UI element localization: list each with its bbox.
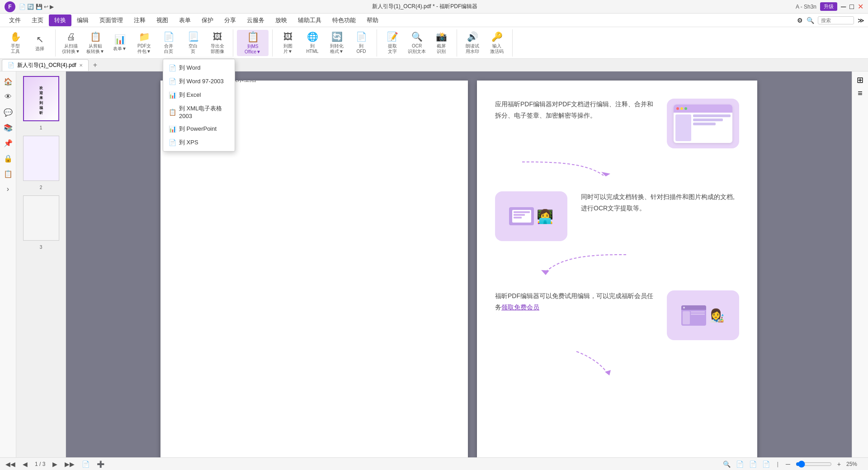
menu-view[interactable]: 视图 [151,14,174,26]
sidebar-bookmark-icon[interactable]: 📌 [2,137,14,149]
menu-page-mgmt[interactable]: 页面管理 [94,14,128,26]
page-insert-button[interactable]: ➕ [97,461,104,468]
menu-share[interactable]: 分享 [219,14,241,26]
key-icon: 🔑 [491,31,503,42]
menu-form[interactable]: 表单 [174,14,196,26]
activate-button[interactable]: 🔑 输入激活码 [485,30,509,56]
title-bar: F 📄 🔄 💾 ↩ ▶ 新人引导(1)_OCR(4).pdf * - 福昕PDF… [0,0,868,14]
menu-home[interactable]: 主页 [26,14,49,26]
hand-tool-button[interactable]: ✋ 手型工具 [4,30,27,56]
new-tab-button[interactable]: + [90,60,101,70]
to-word-97-item[interactable]: 📄 到 Word 97-2003 [163,75,235,88]
page-view-double[interactable]: 📄 [749,461,757,468]
menu-protect[interactable]: 保护 [196,14,219,26]
thumbnail-2[interactable]: 2 [23,136,59,191]
close-button[interactable]: ✕ [858,2,863,11]
page-copy-button[interactable]: 📄 [82,461,90,468]
right-expand-icon[interactable]: ⊞ [855,73,865,87]
zoom-fit-icon[interactable]: 🔍 [723,461,731,468]
tab-close-button[interactable]: ✕ [79,63,83,68]
settings-icon[interactable]: ⚙ [797,17,803,24]
page-view-scroll[interactable]: 📄 [762,461,770,468]
zoom-out-button[interactable]: ─ [786,461,790,468]
scan-convert-label: 从扫描仪转换▼ [62,43,80,54]
activate-label: 输入激活码 [490,43,504,54]
member-link[interactable]: 领取免费会员 [501,304,539,311]
to-format-icon: 🔄 [331,31,343,42]
ppt-icon: 📊 [169,125,176,133]
hand-icon: ✋ [10,31,21,42]
merge-button[interactable]: 📄 合并白页 [157,30,180,56]
screenshot-ocr-button[interactable]: 📸 截屏识别 [429,30,453,56]
menu-file[interactable]: 文件 [4,14,26,26]
to-ms-office-button[interactable]: 📋 到MSOffice▼ [237,30,269,56]
to-image-button[interactable]: 🖼 到图片▼ [276,30,300,56]
nav-first-button[interactable]: ◀◀ [5,461,15,468]
sidebar-home-icon[interactable]: 🏠 [2,75,14,88]
upgrade-button[interactable]: 升级 [820,2,837,11]
extract-text-label: 提取文字 [388,43,397,54]
menu-comment[interactable]: 注释 [128,14,151,26]
sidebar-expand-icon[interactable]: › [2,183,14,195]
to-excel-item[interactable]: 📊 到 Excel [163,88,235,102]
page-info: 1 / 3 [35,461,45,467]
select-tool-button[interactable]: ↖ 选择 [28,30,52,56]
arrow-2 [522,250,739,284]
search-icon[interactable]: 🔍 [807,17,814,24]
sidebar-security-icon[interactable]: 🔒 [2,152,14,165]
to-xml-item[interactable]: 📋 到 XML电子表格2003 [163,102,235,122]
office-dropdown: 📄 到 Word 📄 到 Word 97-2003 📊 到 Excel 📋 到 … [163,59,235,152]
tts-label: 朗读试用水印 [466,43,479,54]
nav-last-button[interactable]: ▶▶ [65,461,75,468]
ocr-recognize-button[interactable]: 🔍 OCR识别文本 [405,30,429,56]
to-word-item[interactable]: 📄 到 Word [163,61,235,75]
menu-cloud[interactable]: 云服务 [241,14,270,26]
minimize-button[interactable]: ─ [841,3,846,11]
thumbnail-3[interactable]: 3 [23,195,59,251]
menu-edit[interactable]: 编辑 [71,14,94,26]
word97-icon: 📄 [169,78,176,85]
blank-page-button[interactable]: 📃 空白页 [181,30,205,56]
sidebar-view-icon[interactable]: 👁 [2,90,14,103]
menu-present[interactable]: 放映 [270,14,292,26]
feature-3-illustration: 👩‍🎨 [667,290,739,340]
menu-convert[interactable]: 转换 [49,14,71,26]
arrow-1 [513,157,739,185]
extract-text-button[interactable]: 📝 提取文字 [381,30,404,56]
to-ofd-button[interactable]: 📄 到OFD [349,30,373,56]
nav-prev-button[interactable]: ◀ [23,461,28,468]
sidebar-comment-icon[interactable]: 💬 [2,106,14,119]
to-html-button[interactable]: 🌐 到HTML [301,30,324,56]
tab-current-file[interactable]: 📄 新人引导(1)_OCR(4).pdf ✕ [2,59,89,71]
to-format-button[interactable]: 🔄 到转化格式▼ [325,30,349,56]
to-xps-item[interactable]: 📄 到 XPS [163,136,235,149]
thumbnail-1-label: 1 [40,125,42,130]
thumbnail-1[interactable]: 欢迎来到福昕 1 [23,76,59,131]
export-images-button[interactable]: 🖼 导出全部图像 [206,30,229,56]
zoom-slider[interactable] [796,461,832,468]
menu-features[interactable]: 特色功能 [327,14,361,26]
clipboard-convert-button[interactable]: 📋 从剪贴板转换▼ [84,30,107,56]
page-view-single[interactable]: 📄 [736,461,744,468]
feature-2-illustration: 👩‍💻 [495,191,567,241]
maximize-button[interactable]: □ [849,3,854,11]
scan-convert-button[interactable]: 🖨 从扫描仪转换▼ [59,30,83,56]
zoom-in-button[interactable]: + [837,461,841,468]
menu-help[interactable]: 帮助 [361,14,384,26]
nav-next-button[interactable]: ▶ [52,461,57,468]
to-powerpoint-item[interactable]: 📊 到 PowerPoint [163,122,235,136]
sidebar-pages-icon[interactable]: 📋 [2,167,14,180]
hand-tool-label: 手型工具 [11,43,20,54]
sidebar-layers-icon[interactable]: 📚 [2,121,14,134]
pdf-package-button[interactable]: 📁 PDF文件包▼ [132,30,156,56]
merge-label: 合并白页 [164,43,173,54]
expand-icon[interactable]: ≫ [858,17,864,24]
search-input[interactable] [818,16,854,24]
main-layout: 🏠 👁 💬 📚 📌 🔒 📋 › 欢迎来到福昕 1 2 [0,71,868,470]
feature-1-text-area: 应用福昕PDF编辑器对PDF文档进行编辑、注释、合并和拆分、电子签章、加密解密等… [495,99,653,121]
zoom-level: 25% [846,461,863,467]
table-button[interactable]: 📊 表单▼ [108,30,132,56]
tts-button[interactable]: 🔊 朗读试用水印 [461,30,484,56]
right-collapse-icon[interactable]: ≡ [856,87,864,100]
menu-tools[interactable]: 辅助工具 [292,14,327,26]
